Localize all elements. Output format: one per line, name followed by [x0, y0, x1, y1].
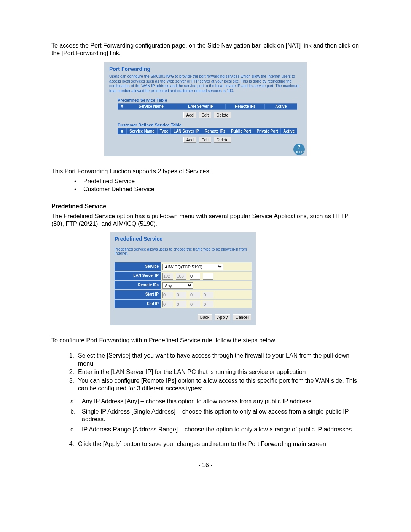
add-button[interactable]: Add [183, 137, 196, 143]
port-forwarding-panel: Port Forwarding Users can configure the … [104, 62, 307, 156]
cancel-button[interactable]: Cancel [233, 314, 251, 320]
substep-num: a. [70, 398, 82, 405]
apply-button[interactable]: Apply [215, 314, 231, 320]
step-1: Select the [Service] that you want to ha… [78, 352, 360, 367]
end-ip-2[interactable] [176, 301, 186, 307]
end-ip-3[interactable] [190, 301, 200, 307]
predefined-service-panel: Predefined Service Predefined service al… [110, 232, 256, 326]
col-service-name: Service Name [126, 104, 176, 110]
col-lan-server-ip: LAN Server IP [176, 104, 225, 110]
label-remote: Remote IPs [115, 281, 161, 290]
end-ip-4[interactable] [203, 301, 213, 307]
step-4: Click the [Apply] button to save your ch… [78, 440, 360, 448]
steps-intro: To configure Port Forwarding with a Pred… [51, 337, 360, 344]
predefined-table-label: Predefined Service Table [118, 98, 302, 102]
step-num: 2. [51, 368, 78, 376]
remote-select[interactable]: Any [162, 282, 193, 289]
substep-b: Single IP Address [Single Address] – cho… [82, 408, 360, 423]
step-num: 1. [51, 352, 78, 367]
label-end: End IP [115, 300, 161, 308]
substep-c: IP Address Range [Address Range] – choos… [82, 426, 360, 433]
col-service-name: Service Name [127, 128, 158, 134]
service-select[interactable]: AIM/ICQ(TCP:5190) [162, 264, 223, 270]
intro-text: To access the Port Forwarding configurat… [51, 42, 360, 57]
substep-a: Any IP Address [Any] – choose this optio… [82, 398, 360, 405]
start-ip-4[interactable] [203, 292, 213, 298]
lan-ip-3[interactable] [190, 273, 200, 280]
panel-title: Port Forwarding [109, 66, 302, 72]
col-active: Active [281, 128, 297, 134]
start-ip-3[interactable] [190, 292, 200, 298]
label-service: Service [115, 262, 161, 271]
step-2: Enter in the [LAN Server IP] for the LAN… [78, 368, 360, 376]
predefined-table: # Service Name LAN Server IP Remote IPs … [118, 103, 297, 110]
lan-ip-1[interactable] [162, 273, 173, 280]
start-ip-2[interactable] [176, 292, 186, 298]
col-type: Type [158, 128, 170, 134]
predefined-heading: Predefined Service [51, 203, 360, 210]
col-active: Active [265, 104, 297, 110]
substep-num: c. [70, 426, 82, 433]
delete-button[interactable]: Delete [214, 112, 231, 118]
lan-ip-2[interactable] [176, 273, 186, 280]
col-public-port: Public Port [228, 128, 254, 134]
ps-title: Predefined Service [115, 236, 252, 242]
page-number: - 16 - [51, 462, 360, 469]
help-icon[interactable]: HELP [293, 144, 305, 155]
add-button[interactable]: Add [183, 112, 196, 118]
predefined-body: The Predefined Service option has a pull… [51, 212, 360, 228]
services-intro: This Port Forwarding function supports 2… [51, 168, 360, 175]
col-private-port: Private Port [254, 128, 281, 134]
lan-ip-4[interactable] [203, 273, 213, 280]
col-lan-server-ip: LAN Server IP [170, 128, 202, 134]
panel-description: Users can configure the SMC8014WG to pro… [109, 74, 302, 93]
edit-button[interactable]: Edit [199, 137, 211, 143]
label-start: Start IP [115, 290, 161, 299]
col-remote-ips: Remote IPs [202, 128, 228, 134]
delete-button[interactable]: Delete [214, 137, 231, 143]
edit-button[interactable]: Edit [199, 112, 211, 118]
label-lan: LAN Server IP [115, 272, 161, 280]
bullet-item: Customer Defined Service [74, 185, 360, 193]
end-ip-1[interactable] [162, 301, 173, 307]
bullet-item: Predefined Service [74, 177, 360, 185]
col-num: # [118, 104, 126, 110]
start-ip-1[interactable] [162, 292, 173, 298]
step-3: You can also configure [Remote IPs] opti… [78, 377, 360, 393]
customer-table: # Service Name Type LAN Server IP Remote… [118, 128, 297, 134]
col-remote-ips: Remote IPs [226, 104, 265, 110]
step-num: 4. [51, 440, 78, 448]
ps-description: Predefined service allows users to choos… [115, 247, 252, 256]
help-label: HELP [295, 150, 304, 154]
substep-num: b. [70, 408, 82, 423]
col-num: # [118, 128, 127, 134]
step-num: 3. [51, 377, 78, 393]
customer-table-label: Customer Defined Service Table [118, 123, 302, 127]
back-button[interactable]: Back [198, 314, 212, 320]
